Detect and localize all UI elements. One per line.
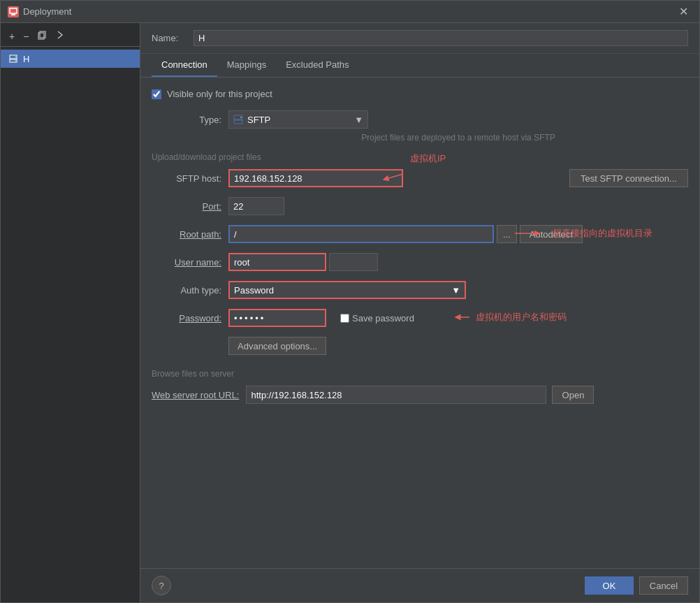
root-path-browse-button[interactable]: ... — [497, 225, 517, 243]
close-button[interactable]: ✕ — [675, 3, 692, 20]
type-row: Type: SFTP ▼ — [152, 110, 688, 129]
advanced-options-row: Advanced options... — [228, 337, 688, 355]
test-sftp-button[interactable]: Test SFTP connection... — [569, 169, 688, 187]
copy-server-button[interactable] — [34, 29, 50, 43]
auth-type-value: Password — [234, 285, 274, 296]
remove-server-button[interactable]: − — [20, 29, 31, 43]
right-panel: Name: Connection Mappings Excluded Paths… — [140, 23, 699, 602]
help-button[interactable]: ? — [152, 576, 171, 595]
port-label: Port: — [152, 201, 228, 212]
server-icon — [8, 53, 19, 64]
type-dropdown-icon: ▼ — [354, 115, 363, 125]
web-server-url-row: Web server root URL: Open — [152, 386, 688, 404]
web-server-url-input[interactable] — [246, 386, 546, 404]
name-input[interactable] — [194, 30, 688, 46]
tab-mappings[interactable]: Mappings — [217, 54, 276, 77]
footer-actions: OK Cancel — [585, 576, 688, 595]
ok-button[interactable]: OK — [585, 576, 634, 595]
username-row: User name: — [152, 253, 688, 271]
name-row: Name: — [140, 23, 699, 54]
upload-section-label: Upload/download project files — [152, 152, 688, 162]
autodetect-button[interactable]: Autodetect — [520, 225, 583, 243]
save-password-label: Save password — [352, 313, 414, 324]
root-path-input[interactable] — [228, 225, 494, 243]
svg-rect-1 — [11, 14, 15, 15]
sftp-host-label: SFTP host: — [152, 173, 228, 184]
sidebar-item-label: H — [23, 54, 29, 64]
username-input[interactable] — [228, 253, 326, 271]
auth-type-row: Auth type: Password ▼ — [152, 281, 688, 299]
svg-rect-0 — [10, 8, 17, 13]
advanced-options-button[interactable]: Advanced options... — [228, 337, 326, 355]
auth-type-select[interactable]: Password ▼ — [228, 281, 466, 299]
deployment-icon — [8, 6, 19, 17]
password-row: Password: Save password 虚拟机的用户名和密码 — [152, 309, 688, 327]
svg-point-7 — [15, 60, 16, 61]
deployment-window: Deployment ✕ + − H — [0, 0, 700, 603]
visible-only-label: Visible only for this project — [167, 89, 272, 99]
type-select[interactable]: SFTP ▼ — [228, 110, 368, 129]
svg-rect-3 — [40, 31, 45, 38]
save-password-checkbox[interactable] — [340, 314, 349, 323]
sidebar: + − H — [1, 23, 140, 602]
add-server-button[interactable]: + — [6, 29, 17, 43]
username-label: User name: — [152, 257, 228, 268]
type-hint: Project files are deployed to a remote h… — [228, 133, 688, 143]
title-bar-left: Deployment — [8, 6, 71, 17]
svg-rect-9 — [234, 120, 242, 124]
auth-type-dropdown-icon: ▼ — [451, 285, 460, 296]
tabs: Connection Mappings Excluded Paths — [140, 54, 699, 78]
sidebar-toolbar: + − — [1, 26, 140, 47]
password-input[interactable] — [228, 309, 326, 327]
open-button[interactable]: Open — [552, 386, 594, 404]
auth-type-label: Auth type: — [152, 285, 228, 296]
svg-point-10 — [240, 117, 242, 118]
sftp-host-input[interactable] — [228, 169, 403, 187]
svg-rect-2 — [38, 33, 44, 39]
window-title: Deployment — [23, 6, 71, 17]
type-value: SFTP — [247, 115, 270, 125]
footer: ? OK Cancel — [140, 568, 699, 602]
main-content: + − H Name: — [1, 23, 699, 602]
sftp-host-row: SFTP host: Test SFTP connection... 虚拟机IP — [152, 169, 688, 187]
name-label: Name: — [152, 33, 187, 43]
tab-excluded-paths[interactable]: Excluded Paths — [276, 54, 358, 77]
visible-only-checkbox[interactable] — [152, 89, 161, 99]
port-input[interactable] — [228, 197, 284, 215]
move-server-button[interactable] — [52, 29, 68, 43]
root-path-row: Root path: ... Autodetect 想直接指向的虚拟机目录 — [152, 225, 688, 243]
visible-only-row: Visible only for this project — [152, 89, 688, 99]
sidebar-item-h[interactable]: H — [1, 50, 140, 68]
connection-panel: Visible only for this project Type: SFTP… — [140, 78, 699, 568]
cancel-button[interactable]: Cancel — [639, 576, 688, 595]
tab-connection[interactable]: Connection — [152, 54, 217, 77]
web-server-url-label: Web server root URL: — [152, 390, 246, 400]
svg-point-6 — [15, 57, 16, 58]
password-label: Password: — [152, 313, 228, 324]
port-row: Port: — [152, 197, 688, 215]
browse-section-label: Browse files on server — [152, 369, 688, 379]
root-path-label: Root path: — [152, 229, 228, 240]
title-bar: Deployment ✕ — [1, 1, 699, 23]
type-label: Type: — [152, 115, 228, 125]
